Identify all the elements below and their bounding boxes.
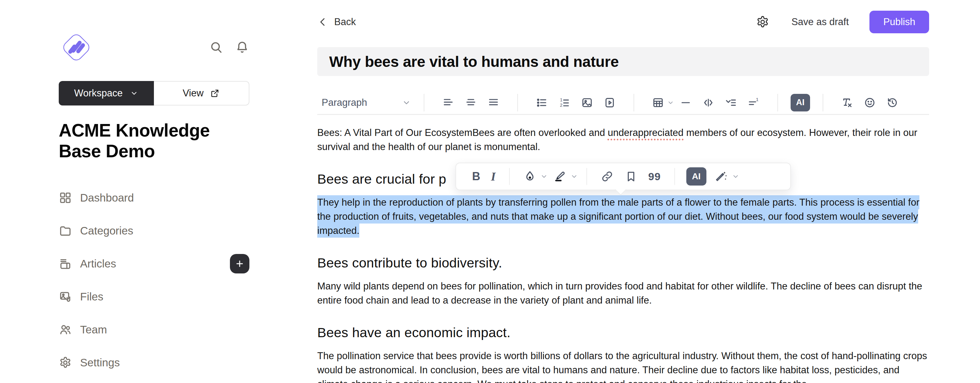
misspelled-word: underappreciated xyxy=(608,127,684,138)
paragraph-economic: The pollination service that bees provid… xyxy=(317,349,929,383)
horizontal-rule-button[interactable] xyxy=(675,96,697,109)
editor-pane: Back Save as draft Publish Why bees are … xyxy=(286,0,980,383)
acme-logo xyxy=(59,30,94,65)
sidebar-item-articles[interactable]: Articles xyxy=(59,254,250,274)
view-button[interactable]: View xyxy=(154,81,250,105)
add-article-button[interactable] xyxy=(230,254,250,273)
article-settings-button[interactable] xyxy=(756,15,770,29)
link-button[interactable] xyxy=(595,170,619,183)
toolbar-divider xyxy=(777,94,778,111)
clear-formatting-button[interactable] xyxy=(836,96,858,109)
chevron-down-icon xyxy=(667,99,675,106)
dashboard-grid-icon xyxy=(59,191,72,204)
numbered-list-button[interactable]: 12 xyxy=(553,96,576,109)
sidebar-item-label: Settings xyxy=(80,356,120,369)
bold-button[interactable]: B xyxy=(467,170,485,183)
numbered-list-icon: 12 xyxy=(558,96,571,109)
bell-icon[interactable] xyxy=(235,40,250,55)
bullet-list-icon xyxy=(536,96,548,109)
external-link-icon xyxy=(210,88,220,98)
files-icon xyxy=(59,290,72,303)
chevron-down-icon xyxy=(402,98,411,107)
align-center-icon xyxy=(465,96,477,109)
gear-icon xyxy=(756,15,770,29)
selected-text: They help in the reproduction of plants … xyxy=(317,195,920,238)
quote-button[interactable]: 99 xyxy=(643,170,666,183)
workspace-view-switcher: Workspace View xyxy=(59,81,250,105)
highlight-chevron[interactable] xyxy=(570,172,578,181)
sidebar-item-label: Dashboard xyxy=(80,191,134,204)
heading-biodiversity: Bees contribute to biodiversity. xyxy=(317,254,929,271)
save-as-draft-button[interactable]: Save as draft xyxy=(792,16,849,28)
magic-wand-icon xyxy=(715,170,728,183)
highlighter-icon xyxy=(554,170,566,183)
toolbar-divider xyxy=(424,94,424,111)
view-button-label: View xyxy=(183,87,204,99)
block-type-select[interactable]: Paragraph xyxy=(317,97,411,108)
bullet-list-button[interactable] xyxy=(531,96,553,109)
app: Workspace View ACME Knowledge Base Demo … xyxy=(0,0,980,383)
toolbar-divider xyxy=(509,168,510,185)
align-justify-button[interactable] xyxy=(482,96,505,109)
history-clock-icon xyxy=(886,96,899,109)
sidebar-item-dashboard[interactable]: Dashboard xyxy=(59,188,250,208)
highlight-button[interactable] xyxy=(548,170,572,183)
embed-panel-button[interactable] xyxy=(598,96,621,109)
image-icon xyxy=(581,96,593,109)
back-label: Back xyxy=(334,16,356,28)
align-left-icon xyxy=(442,96,455,109)
sidebar-item-team[interactable]: Team xyxy=(59,319,250,340)
article-title-field[interactable]: Why bees are vital to humans and nature xyxy=(317,47,929,76)
text-color-button[interactable] xyxy=(518,170,542,183)
sidebar-item-label: Categories xyxy=(80,224,133,237)
insert-image-button[interactable] xyxy=(576,96,598,109)
footnote-icon: 1 xyxy=(747,96,760,109)
svg-text:2: 2 xyxy=(560,103,563,108)
toggle-list-button[interactable] xyxy=(720,96,742,109)
toolbar-divider xyxy=(822,94,823,111)
table-icon xyxy=(652,96,664,109)
footnote-button[interactable]: 1 xyxy=(742,96,765,109)
back-button[interactable]: Back xyxy=(317,16,356,28)
align-center-button[interactable] xyxy=(460,96,482,109)
sidebar-item-files[interactable]: Files xyxy=(59,287,250,307)
search-icon[interactable] xyxy=(209,40,224,55)
text-color-chevron[interactable] xyxy=(540,172,548,181)
article-title: Why bees are vital to humans and nature xyxy=(329,53,619,70)
magic-wand-button[interactable] xyxy=(710,170,733,183)
droplet-icon xyxy=(523,170,536,183)
chevron-down-icon xyxy=(570,172,578,181)
chevron-down-icon xyxy=(732,172,740,181)
ai-assistant-button[interactable]: AI xyxy=(686,167,706,186)
publish-button[interactable]: Publish xyxy=(869,11,929,33)
emoji-button[interactable] xyxy=(858,96,881,109)
folder-icon xyxy=(59,224,72,237)
insert-table-button[interactable] xyxy=(647,96,669,109)
toolbar-divider xyxy=(633,94,634,111)
code-block-button[interactable] xyxy=(697,96,720,109)
history-button[interactable] xyxy=(881,96,904,109)
ai-assistant-button[interactable]: AI xyxy=(791,94,810,111)
italic-button[interactable]: I xyxy=(485,170,501,183)
wand-options-chevron[interactable] xyxy=(732,172,740,181)
horizontal-rule-icon xyxy=(679,96,692,109)
bookmark-button[interactable] xyxy=(619,170,643,183)
article-body[interactable]: Bees: A Vital Part of Our EcosystemBees … xyxy=(317,115,929,383)
clear-formatting-icon xyxy=(841,96,853,109)
table-options-chevron[interactable] xyxy=(667,99,675,106)
heading-economic: Bees have an economic impact. xyxy=(317,324,929,341)
sidebar-item-categories[interactable]: Categories xyxy=(59,221,250,241)
workspace-button-label: Workspace xyxy=(74,87,123,99)
team-icon xyxy=(59,323,72,336)
sidebar-item-label: Articles xyxy=(80,257,116,270)
code-icon xyxy=(702,96,714,109)
workspace-button[interactable]: Workspace xyxy=(59,81,154,105)
sidebar-top xyxy=(59,30,250,65)
align-justify-icon xyxy=(487,96,500,109)
align-left-button[interactable] xyxy=(437,96,460,109)
editor-topbar: Back Save as draft Publish xyxy=(317,11,929,33)
toolbar-divider xyxy=(675,168,675,185)
plus-icon xyxy=(233,259,246,269)
sidebar-item-settings[interactable]: Settings xyxy=(59,353,250,373)
media-embed-icon xyxy=(603,96,616,109)
